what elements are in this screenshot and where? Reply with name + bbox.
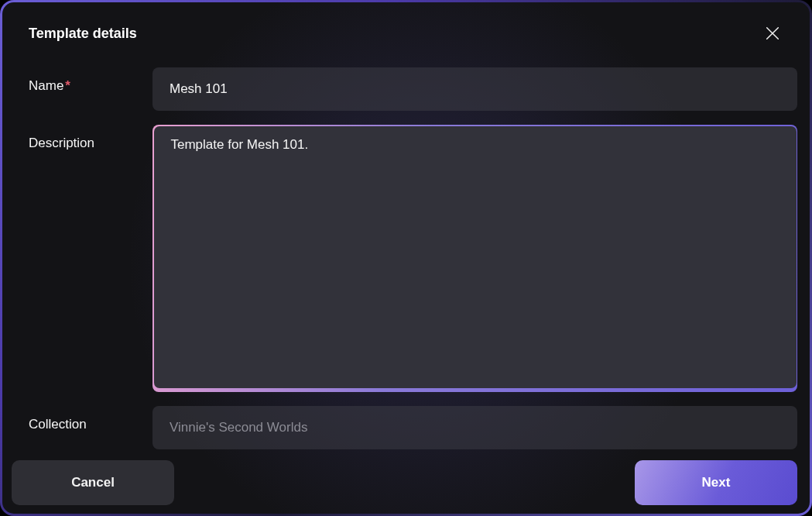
modal-header: Template details <box>2 2 810 67</box>
required-indicator: * <box>65 78 70 93</box>
modal-frame: Template details Name* Description <box>0 0 812 516</box>
form-area: Name* Description Collection <box>2 67 810 449</box>
description-row: Description <box>29 125 797 392</box>
collection-input[interactable] <box>152 406 797 449</box>
collection-row: Collection <box>29 406 797 449</box>
template-details-modal: Template details Name* Description <box>2 2 810 514</box>
modal-title: Template details <box>29 26 137 42</box>
collection-label: Collection <box>29 406 145 432</box>
cancel-button[interactable]: Cancel <box>12 460 174 505</box>
description-label: Description <box>29 125 145 151</box>
name-label: Name* <box>29 67 145 94</box>
modal-footer: Cancel Next <box>2 449 810 514</box>
description-field-wrap <box>152 125 797 392</box>
close-button[interactable] <box>762 22 783 44</box>
name-row: Name* <box>29 67 797 111</box>
name-label-text: Name <box>29 78 63 93</box>
description-input[interactable] <box>154 126 797 388</box>
next-button[interactable]: Next <box>635 460 797 505</box>
name-input[interactable] <box>152 67 797 111</box>
close-icon <box>764 25 781 42</box>
